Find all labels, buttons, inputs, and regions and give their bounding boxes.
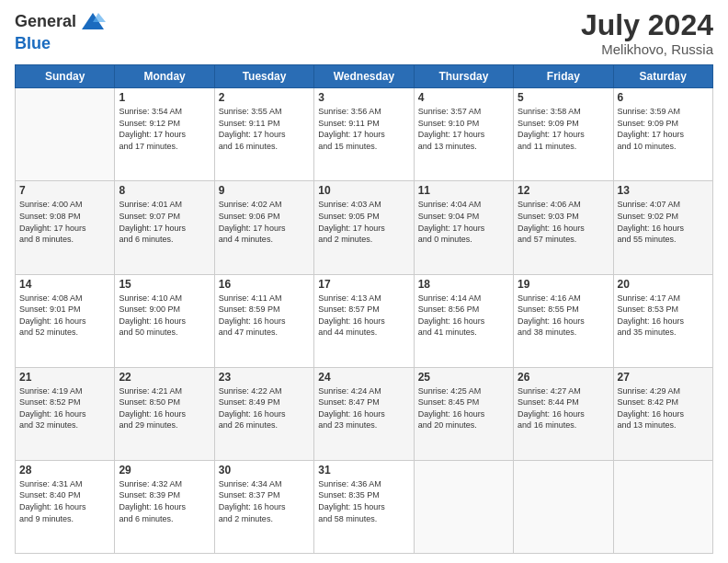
day-info: Sunrise: 4:16 AM Sunset: 8:55 PM Dayligh… (518, 293, 609, 339)
calendar-cell: 29Sunrise: 4:32 AM Sunset: 8:39 PM Dayli… (115, 460, 214, 553)
day-number: 9 (219, 184, 310, 197)
day-info: Sunrise: 3:54 AM Sunset: 9:12 PM Dayligh… (119, 106, 210, 152)
calendar-week-row: 7Sunrise: 4:00 AM Sunset: 9:08 PM Daylig… (16, 181, 713, 274)
day-info: Sunrise: 4:31 AM Sunset: 8:40 PM Dayligh… (19, 478, 110, 524)
header: General Blue July 2024 Melikhovo, Russia (15, 9, 713, 57)
day-info: Sunrise: 4:01 AM Sunset: 9:07 PM Dayligh… (119, 199, 210, 245)
day-number: 16 (219, 278, 310, 291)
day-info: Sunrise: 4:19 AM Sunset: 8:52 PM Dayligh… (19, 385, 110, 431)
day-header-sunday: Sunday (16, 65, 115, 88)
calendar-cell (613, 460, 712, 553)
title-block: July 2024 Melikhovo, Russia (581, 9, 713, 57)
day-number: 5 (518, 91, 609, 104)
day-number: 25 (418, 371, 509, 384)
calendar-cell: 10Sunrise: 4:03 AM Sunset: 9:05 PM Dayli… (314, 181, 414, 274)
calendar-cell: 25Sunrise: 4:25 AM Sunset: 8:45 PM Dayli… (414, 367, 513, 460)
page: General Blue July 2024 Melikhovo, Russia… (0, 0, 728, 563)
day-header-friday: Friday (514, 65, 613, 88)
day-number: 13 (618, 184, 709, 197)
calendar-header-row: SundayMondayTuesdayWednesdayThursdayFrid… (16, 65, 713, 88)
calendar-cell: 28Sunrise: 4:31 AM Sunset: 8:40 PM Dayli… (16, 460, 115, 553)
day-number: 10 (318, 184, 409, 197)
day-number: 12 (518, 184, 609, 197)
day-number: 22 (119, 371, 210, 384)
day-number: 8 (119, 184, 210, 197)
day-number: 21 (19, 371, 110, 384)
day-info: Sunrise: 4:13 AM Sunset: 8:57 PM Dayligh… (318, 293, 409, 339)
calendar-cell: 22Sunrise: 4:21 AM Sunset: 8:50 PM Dayli… (115, 367, 214, 460)
day-info: Sunrise: 3:56 AM Sunset: 9:11 PM Dayligh… (318, 106, 409, 152)
day-number: 26 (518, 371, 609, 384)
calendar-week-row: 14Sunrise: 4:08 AM Sunset: 9:01 PM Dayli… (16, 274, 713, 367)
day-number: 31 (318, 464, 409, 477)
day-info: Sunrise: 4:22 AM Sunset: 8:49 PM Dayligh… (219, 385, 310, 431)
day-info: Sunrise: 4:36 AM Sunset: 8:35 PM Dayligh… (318, 478, 409, 524)
day-number: 14 (19, 278, 110, 291)
calendar-cell: 5Sunrise: 3:58 AM Sunset: 9:09 PM Daylig… (514, 88, 613, 181)
day-number: 17 (318, 278, 409, 291)
calendar-week-row: 28Sunrise: 4:31 AM Sunset: 8:40 PM Dayli… (16, 460, 713, 553)
day-info: Sunrise: 4:14 AM Sunset: 8:56 PM Dayligh… (418, 293, 509, 339)
calendar-cell: 7Sunrise: 4:00 AM Sunset: 9:08 PM Daylig… (16, 181, 115, 274)
day-info: Sunrise: 4:25 AM Sunset: 8:45 PM Dayligh… (418, 385, 509, 431)
calendar-cell: 4Sunrise: 3:57 AM Sunset: 9:10 PM Daylig… (414, 88, 513, 181)
day-info: Sunrise: 4:03 AM Sunset: 9:05 PM Dayligh… (318, 199, 409, 245)
day-number: 30 (219, 464, 310, 477)
calendar-cell: 17Sunrise: 4:13 AM Sunset: 8:57 PM Dayli… (314, 274, 414, 367)
day-number: 27 (618, 371, 709, 384)
calendar-cell: 14Sunrise: 4:08 AM Sunset: 9:01 PM Dayli… (16, 274, 115, 367)
day-header-tuesday: Tuesday (214, 65, 313, 88)
day-info: Sunrise: 4:17 AM Sunset: 8:53 PM Dayligh… (618, 293, 709, 339)
day-number: 11 (418, 184, 509, 197)
day-info: Sunrise: 3:59 AM Sunset: 9:09 PM Dayligh… (618, 106, 709, 152)
calendar-cell: 12Sunrise: 4:06 AM Sunset: 9:03 PM Dayli… (514, 181, 613, 274)
calendar-cell: 11Sunrise: 4:04 AM Sunset: 9:04 PM Dayli… (414, 181, 513, 274)
calendar-cell: 26Sunrise: 4:27 AM Sunset: 8:44 PM Dayli… (514, 367, 613, 460)
day-number: 3 (318, 91, 409, 104)
day-info: Sunrise: 4:27 AM Sunset: 8:44 PM Dayligh… (518, 385, 609, 431)
day-info: Sunrise: 3:55 AM Sunset: 9:11 PM Dayligh… (219, 106, 310, 152)
calendar-cell: 31Sunrise: 4:36 AM Sunset: 8:35 PM Dayli… (314, 460, 414, 553)
day-info: Sunrise: 4:10 AM Sunset: 9:00 PM Dayligh… (119, 293, 210, 339)
day-info: Sunrise: 4:29 AM Sunset: 8:42 PM Dayligh… (618, 385, 709, 431)
calendar-cell: 6Sunrise: 3:59 AM Sunset: 9:09 PM Daylig… (613, 88, 712, 181)
day-number: 2 (219, 91, 310, 104)
calendar-week-row: 21Sunrise: 4:19 AM Sunset: 8:52 PM Dayli… (16, 367, 713, 460)
calendar-cell: 24Sunrise: 4:24 AM Sunset: 8:47 PM Dayli… (314, 367, 414, 460)
calendar-cell: 27Sunrise: 4:29 AM Sunset: 8:42 PM Dayli… (613, 367, 712, 460)
calendar-cell: 2Sunrise: 3:55 AM Sunset: 9:11 PM Daylig… (214, 88, 313, 181)
calendar-cell: 20Sunrise: 4:17 AM Sunset: 8:53 PM Dayli… (613, 274, 712, 367)
day-info: Sunrise: 4:00 AM Sunset: 9:08 PM Dayligh… (19, 199, 110, 245)
day-header-thursday: Thursday (414, 65, 513, 88)
day-info: Sunrise: 4:02 AM Sunset: 9:06 PM Dayligh… (219, 199, 310, 245)
day-number: 19 (518, 278, 609, 291)
logo-general-text: General (15, 13, 76, 31)
day-info: Sunrise: 4:11 AM Sunset: 8:59 PM Dayligh… (219, 293, 310, 339)
calendar-week-row: 1Sunrise: 3:54 AM Sunset: 9:12 PM Daylig… (16, 88, 713, 181)
calendar-cell: 30Sunrise: 4:34 AM Sunset: 8:37 PM Dayli… (214, 460, 313, 553)
calendar-cell: 8Sunrise: 4:01 AM Sunset: 9:07 PM Daylig… (115, 181, 214, 274)
calendar-cell: 9Sunrise: 4:02 AM Sunset: 9:06 PM Daylig… (214, 181, 313, 274)
day-info: Sunrise: 4:04 AM Sunset: 9:04 PM Dayligh… (418, 199, 509, 245)
day-number: 28 (19, 464, 110, 477)
logo-blue-text: Blue (15, 34, 51, 52)
calendar-cell: 1Sunrise: 3:54 AM Sunset: 9:12 PM Daylig… (115, 88, 214, 181)
day-number: 29 (119, 464, 210, 477)
day-header-wednesday: Wednesday (314, 65, 414, 88)
calendar-cell (16, 88, 115, 181)
calendar-cell: 23Sunrise: 4:22 AM Sunset: 8:49 PM Dayli… (214, 367, 313, 460)
day-info: Sunrise: 4:06 AM Sunset: 9:03 PM Dayligh… (518, 199, 609, 245)
calendar-cell: 18Sunrise: 4:14 AM Sunset: 8:56 PM Dayli… (414, 274, 513, 367)
day-info: Sunrise: 3:57 AM Sunset: 9:10 PM Dayligh… (418, 106, 509, 152)
logo-icon (80, 9, 106, 35)
logo: General Blue (15, 9, 106, 53)
calendar-cell: 3Sunrise: 3:56 AM Sunset: 9:11 PM Daylig… (314, 88, 414, 181)
day-header-monday: Monday (115, 65, 214, 88)
calendar-cell: 15Sunrise: 4:10 AM Sunset: 9:00 PM Dayli… (115, 274, 214, 367)
day-number: 23 (219, 371, 310, 384)
day-number: 4 (418, 91, 509, 104)
calendar-cell: 16Sunrise: 4:11 AM Sunset: 8:59 PM Dayli… (214, 274, 313, 367)
calendar-cell: 21Sunrise: 4:19 AM Sunset: 8:52 PM Dayli… (16, 367, 115, 460)
day-number: 20 (618, 278, 709, 291)
day-info: Sunrise: 3:58 AM Sunset: 9:09 PM Dayligh… (518, 106, 609, 152)
